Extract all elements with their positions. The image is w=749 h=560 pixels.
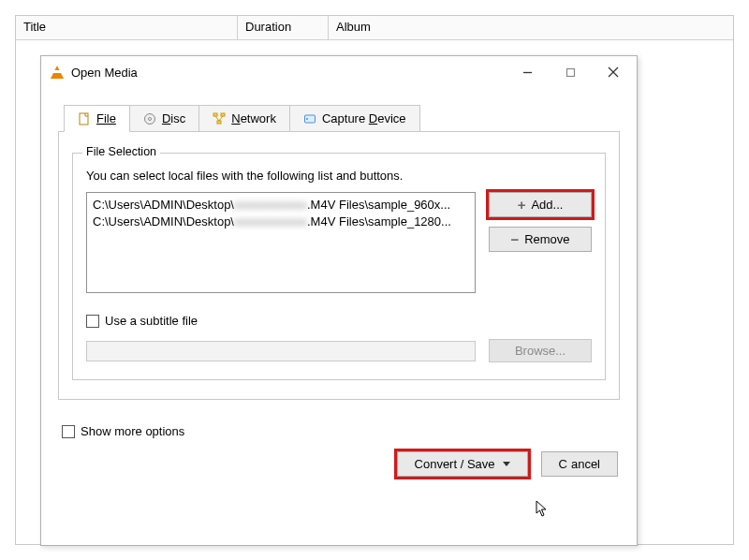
- open-media-dialog: Open Media File: [40, 55, 638, 546]
- list-item[interactable]: C:\Users\ADMIN\Desktop\xxxxxxxxxxxx.M4V …: [93, 197, 469, 214]
- cancel-button[interactable]: Cancel: [541, 451, 618, 477]
- tab-disc[interactable]: Disc: [129, 105, 199, 131]
- svg-rect-1: [566, 68, 574, 76]
- col-title[interactable]: Title: [16, 16, 238, 39]
- main-window: Title Duration Album Open Media: [15, 15, 734, 545]
- plus-icon: +: [518, 198, 526, 212]
- tab-capture[interactable]: Capture Device: [289, 105, 420, 131]
- vlc-cone-icon: [51, 66, 64, 79]
- svg-point-6: [148, 117, 151, 120]
- chevron-down-icon: [503, 462, 510, 466]
- file-selection-group: File Selection You can select local file…: [72, 153, 606, 380]
- tab-pane-file: File Selection You can select local file…: [58, 131, 620, 400]
- browse-button: Browse...: [489, 339, 592, 362]
- svg-point-13: [306, 118, 308, 120]
- subtitle-checkbox[interactable]: [86, 315, 99, 328]
- file-selection-hint: You can select local files with the foll…: [86, 169, 592, 183]
- titlebar: Open Media: [41, 56, 637, 88]
- source-tabs: File Disc Network: [64, 105, 620, 131]
- svg-rect-8: [221, 113, 225, 116]
- remove-button-label: Remove: [524, 232, 569, 246]
- file-selection-label: File Selection: [82, 145, 160, 158]
- svg-line-10: [215, 116, 219, 121]
- convert-save-button[interactable]: Convert / Save: [397, 451, 528, 477]
- col-album[interactable]: Album: [329, 16, 733, 39]
- svg-marker-14: [536, 501, 546, 516]
- maximize-button[interactable]: [549, 57, 592, 87]
- add-button-label: Add...: [531, 198, 563, 212]
- more-options-label[interactable]: Show more options: [81, 424, 184, 438]
- tab-file-label: File: [96, 111, 116, 125]
- more-options-checkbox[interactable]: [62, 425, 75, 438]
- svg-rect-7: [213, 113, 217, 116]
- minimize-button[interactable]: [506, 57, 549, 87]
- network-icon: [213, 112, 226, 125]
- file-list[interactable]: C:\Users\ADMIN\Desktop\xxxxxxxxxxxx.M4V …: [86, 192, 476, 293]
- add-button[interactable]: + Add...: [489, 192, 592, 217]
- tab-file[interactable]: File: [64, 105, 130, 132]
- svg-rect-4: [80, 113, 88, 125]
- dialog-title: Open Media: [71, 66, 138, 80]
- disc-icon: [143, 112, 156, 125]
- file-icon: [78, 112, 91, 125]
- minus-icon: −: [510, 232, 519, 246]
- capture-icon: [303, 112, 316, 125]
- list-item[interactable]: C:\Users\ADMIN\Desktop\xxxxxxxxxxxx.M4V …: [93, 214, 469, 230]
- subtitle-path-field: [86, 341, 476, 361]
- svg-line-11: [219, 116, 223, 121]
- tab-disc-rest: isc: [170, 111, 185, 125]
- close-button[interactable]: [592, 57, 635, 87]
- remove-button[interactable]: − Remove: [489, 227, 592, 252]
- tab-network[interactable]: Network: [198, 105, 290, 131]
- subtitle-checkbox-label[interactable]: Use a subtitle file: [105, 314, 198, 328]
- col-duration[interactable]: Duration: [238, 16, 329, 39]
- mouse-cursor-icon: [536, 500, 549, 517]
- svg-rect-9: [217, 121, 221, 124]
- playlist-header: Title Duration Album: [16, 16, 733, 40]
